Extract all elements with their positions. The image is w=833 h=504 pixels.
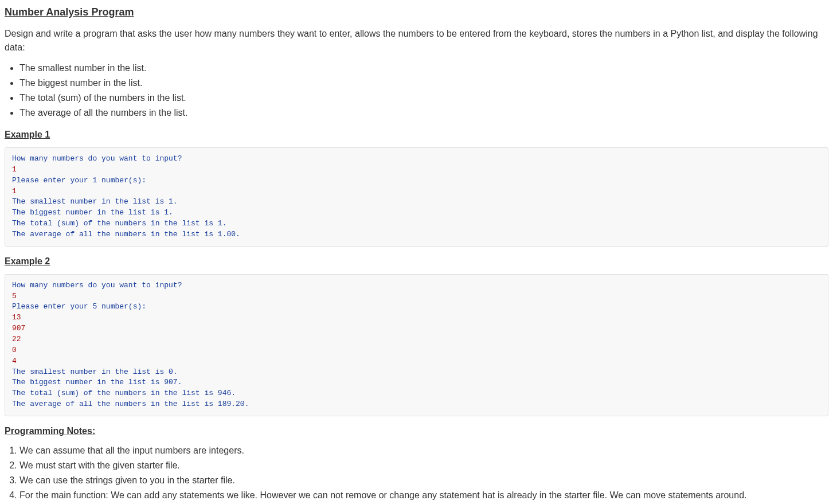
programming-notes-list: We can assume that all the input numbers…: [5, 444, 828, 504]
list-item: The biggest number in the list.: [19, 76, 828, 90]
list-item: The total (sum) of the numbers in the li…: [19, 91, 828, 105]
user-input-line: 907: [12, 324, 25, 333]
program-output-line: The smallest number in the list is 0.: [12, 368, 178, 376]
program-output-line: The total (sum) of the numbers in the li…: [12, 389, 236, 397]
program-output-line: The average of all the numbers in the li…: [12, 400, 249, 408]
example-1-heading: Example 1: [5, 128, 828, 142]
example-2-heading: Example 2: [5, 255, 828, 268]
description-text: Design and write a program that asks the…: [5, 27, 828, 54]
page-title: Number Analysis Program: [5, 5, 828, 20]
program-output-line: Please enter your 5 number(s):: [12, 302, 146, 311]
example-1-code: How many numbers do you want to input? 1…: [5, 147, 828, 247]
program-output-line: The average of all the numbers in the li…: [12, 230, 240, 239]
program-output-line: How many numbers do you want to input?: [12, 281, 182, 290]
user-input-line: 0: [12, 346, 17, 354]
user-input-line: 22: [12, 335, 21, 343]
list-item: For the main function: We can add any st…: [19, 489, 828, 502]
user-input-line: 5: [12, 292, 17, 300]
program-output-line: Please enter your 1 number(s):: [12, 176, 146, 185]
program-output-line: The total (sum) of the numbers in the li…: [12, 219, 226, 228]
user-input-line: 13: [12, 313, 21, 322]
requirements-list: The smallest number in the list. The big…: [5, 61, 828, 120]
list-item: The average of all the numbers in the li…: [19, 106, 828, 120]
list-item: We must start with the given starter fil…: [19, 459, 828, 472]
program-output-line: The biggest number in the list is 907.: [12, 378, 182, 386]
example-2-code: How many numbers do you want to input? 5…: [5, 274, 828, 416]
list-item: We can assume that all the input numbers…: [19, 444, 828, 458]
programming-notes-heading: Programming Notes:: [5, 424, 828, 438]
program-output-line: The smallest number in the list is 1.: [12, 197, 178, 206]
user-input-line: 1: [12, 165, 17, 174]
user-input-line: 1: [12, 187, 17, 196]
program-output-line: The biggest number in the list is 1.: [12, 208, 173, 217]
program-output-line: How many numbers do you want to input?: [12, 154, 182, 163]
list-item: We can use the strings given to you in t…: [19, 474, 828, 487]
user-input-line: 4: [12, 357, 17, 365]
list-item: The smallest number in the list.: [19, 61, 828, 75]
